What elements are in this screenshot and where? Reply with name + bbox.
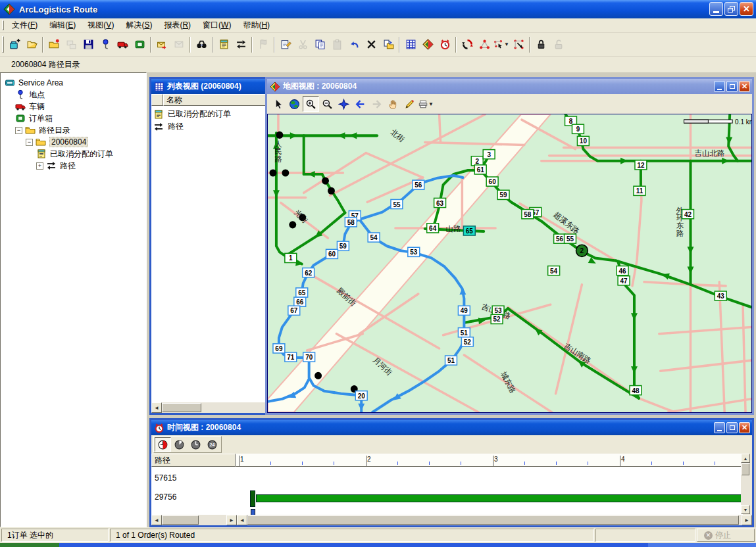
scroll-down-icon[interactable]: ▼ [741,505,750,514]
menu-item-6[interactable]: 帮助(H) [237,18,276,32]
collapse-icon[interactable]: − [26,139,33,146]
stop-marker-47[interactable]: 47 [618,276,630,285]
tree-item-servicearea[interactable]: Service Area [1,77,146,89]
stop-marker-70[interactable]: 70 [303,352,315,362]
depot-marker[interactable]: 2 [576,245,588,256]
restore-button[interactable] [724,2,738,16]
pan-hand-button[interactable] [385,96,401,112]
sequence-network-button[interactable] [476,36,493,53]
save-button[interactable] [80,36,97,53]
back-arrow-button[interactable] [352,96,368,112]
stop-marker-67[interactable]: 67 [288,306,300,315]
timeline-hscroll-thumb[interactable] [247,515,739,525]
list-header-blank[interactable] [151,94,163,106]
build-routes-button[interactable] [459,36,476,53]
stop-marker-1[interactable]: 1 [285,253,297,262]
stop-marker-2[interactable]: 2 [471,156,483,166]
scroll-left-icon[interactable]: ◄ [151,515,162,525]
clock-hour-button[interactable] [188,437,204,452]
tree-item-[interactable]: 已取消分配的订单 [1,148,146,160]
vehicles-truck-button[interactable] [114,36,131,53]
move-to-folder-button[interactable] [380,36,397,53]
route-col-hscrollbar[interactable]: ◄ ► [151,515,237,525]
stop-marker-59[interactable]: 59 [497,190,509,199]
copy-button[interactable] [311,36,328,53]
delete-button[interactable] [363,36,380,53]
forward-arrow-button[interactable] [368,96,385,112]
tree-item-[interactable]: −路径目录 [1,124,146,136]
minimize-button[interactable] [709,2,723,16]
list-view-button[interactable] [402,36,419,53]
find-binoculars-button[interactable] [193,36,210,53]
stop-marker-12[interactable]: 12 [635,160,647,170]
undo-button[interactable] [345,36,363,53]
gantt-start-cap[interactable] [250,490,255,507]
stop-marker-20[interactable]: 20 [355,391,367,400]
time-view-titlebar[interactable]: 时间视图 : 20060804 ✕ [151,420,752,435]
unassigned-orders-button[interactable] [215,36,232,53]
order-stop-dot[interactable] [269,169,276,176]
timeline-ruler[interactable]: 1234 [236,454,743,467]
time-vscrollbar[interactable]: ▲ ▼ [741,454,750,514]
menu-item-5[interactable]: 窗口(W) [197,18,237,32]
time-minimize-button[interactable] [714,422,725,433]
stop-marker-52[interactable]: 52 [461,337,473,346]
routes-arrows-button[interactable] [232,36,249,53]
scroll-left-icon[interactable]: ◄ [151,402,162,413]
globe-button[interactable] [286,96,303,112]
menu-item-0[interactable]: 文件(F) [6,18,43,32]
tree-item-20060804[interactable]: −20060804 [1,136,146,148]
order-stop-dot[interactable] [322,178,329,185]
menu-item-2[interactable]: 视图(V) [82,18,120,32]
unassign-network-button[interactable] [510,36,527,53]
stop-marker-11[interactable]: 11 [634,186,645,195]
order-box-button[interactable] [131,36,148,53]
gantt-time-marker[interactable] [251,509,255,515]
stop-marker-60[interactable]: 60 [486,177,498,186]
print-button[interactable]: ▼ [418,96,434,112]
stop-marker-62[interactable]: 62 [303,268,315,277]
stop-marker-52[interactable]: 52 [491,314,503,323]
zoom-in-button[interactable] [303,96,319,112]
stop-marker-54[interactable]: 54 [548,266,560,275]
stop-marker-59[interactable]: 59 [337,241,349,250]
menu-item-3[interactable]: 解决(S) [120,18,158,32]
timeline-rows[interactable]: 5761529756 [151,467,743,515]
map-graphic[interactable]: 25757北街人民路光街吉山北路外环东路超溪东路山路殿前街月河街吉山二路城东路吉… [268,114,751,412]
reassign-network-button[interactable]: ▼ [493,36,510,53]
stop-marker-71[interactable]: 71 [285,352,297,362]
tree-item-[interactable]: +路径 [1,160,146,172]
route-row-label[interactable]: 57615 [155,473,176,483]
map-close-button[interactable]: ✕ [739,81,750,92]
time-maximize-button[interactable] [726,422,738,433]
timeline-hscrollbar[interactable]: ◄ ► [237,515,752,525]
gantt-route-bar[interactable] [256,494,742,502]
stop-marker-64[interactable]: 64 [427,224,439,233]
zoom-out-button[interactable] [319,96,336,112]
clock-red-button[interactable] [155,437,171,452]
toolbar-grip[interactable] [2,36,4,53]
map-view-titlebar[interactable]: 地图视图 : 20060804 ✕ [267,79,752,94]
stop-marker-56[interactable]: 56 [413,180,424,189]
route-hscroll-thumb[interactable] [162,515,199,525]
map-canvas[interactable]: 25757北街人民路光街吉山北路外环东路超溪东路山路殿前街月河街吉山二路城东路吉… [267,114,752,413]
new-route-folder-button[interactable] [6,36,23,53]
tree-item-[interactable]: 订单箱 [1,112,146,124]
map-minimize-button[interactable] [714,81,725,92]
clock-quarter-button[interactable] [171,437,188,452]
stop-marker-51[interactable]: 51 [445,356,457,365]
stop-marker-48[interactable]: 48 [630,386,642,395]
time-vscroll-thumb[interactable] [742,464,749,475]
route-row-label[interactable]: 29756 [155,492,176,502]
time-route-column-header[interactable]: 路径 [151,454,236,467]
stop-marker-60[interactable]: 60 [326,249,338,258]
stop-marker-61[interactable]: 61 [474,165,486,174]
stop-marker-43[interactable]: 43 [715,291,726,300]
open-folder-button[interactable] [23,36,40,53]
stop-marker-9[interactable]: 9 [572,124,584,133]
stop-marker-10[interactable]: 10 [577,136,589,145]
time-close-button[interactable]: ✕ [739,422,750,433]
expand-icon[interactable]: + [36,162,43,170]
stop-marker-55[interactable]: 55 [565,234,576,243]
time-view-button[interactable] [436,36,453,53]
